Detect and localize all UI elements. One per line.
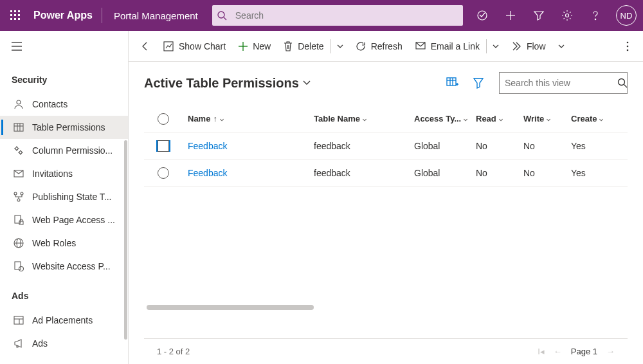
help-icon[interactable] [581,0,610,31]
filter-icon[interactable] [525,0,553,31]
chevron-down-icon: ⌵ [499,115,503,122]
filter-view-icon[interactable] [466,72,491,94]
col-access-type[interactable]: Access Ty...⌵ [409,114,471,123]
layout-icon [12,315,26,325]
chevron-down-icon: ⌵ [220,115,224,122]
edit-columns-icon[interactable] [440,72,466,94]
sidebar-item-website-access-p[interactable]: Website Access P... [0,255,128,278]
row-name-link[interactable]: Feedback [188,168,227,178]
search-icon [212,10,231,21]
svg-point-51 [619,79,625,86]
row-read: No [471,168,518,178]
sidebar-item-contacts[interactable]: Contacts [0,93,128,116]
sidebar-scrollbar[interactable] [124,140,127,340]
row-access-type: Global [409,141,471,151]
nav-label: Column Permissio... [32,145,128,156]
view-search[interactable] [499,72,628,94]
main-area: Show Chart New Delete Refresh Email a Li… [129,31,643,364]
sidebar-item-ads[interactable]: Ads [0,332,128,355]
row-access-type: Global [409,168,471,178]
sidebar-item-table-permissions[interactable]: Table Permissions [0,116,128,139]
delete-button[interactable]: Delete [277,31,330,62]
col-read[interactable]: Read⌵ [471,114,518,123]
svg-rect-35 [15,262,21,269]
view-search-input[interactable] [505,78,617,88]
new-button[interactable]: New [232,31,277,62]
portal-label[interactable]: Portal Management [102,10,210,21]
horizontal-scrollbar[interactable] [147,305,314,310]
mail-icon [12,168,26,179]
email-link-button[interactable]: Email a Link [409,31,486,62]
sidebar: SecurityContactsTable PermissionsColumn … [0,31,129,364]
waffle-icon[interactable] [0,0,31,31]
svg-point-44 [627,41,629,43]
col-name[interactable]: Name↑⌵ [183,114,309,123]
svg-rect-37 [14,316,23,324]
svg-point-24 [15,147,18,150]
first-page-icon[interactable]: I◂ [538,347,545,356]
nav-label: Contacts [32,99,128,109]
email-chevron[interactable] [487,31,505,62]
col-table-name[interactable]: Table Name⌵ [309,114,409,123]
prev-page-icon[interactable]: ← [554,347,562,356]
svg-rect-47 [447,78,456,86]
sidebar-item-publishing-state-t[interactable]: Publishing State T... [0,185,128,208]
command-bar: Show Chart New Delete Refresh Email a Li… [129,31,643,62]
svg-rect-6 [10,18,12,20]
flow-chevron[interactable] [552,31,570,62]
sidebar-item-web-roles[interactable]: Web Roles [0,232,128,255]
col-write[interactable]: Write⌵ [518,114,566,123]
app-header: Power Apps Portal Management ND [0,0,643,31]
flow-button[interactable]: Flow [505,31,552,62]
row-table-name: feedback [309,168,409,178]
avatar[interactable]: ND [616,5,637,26]
svg-point-15 [595,19,595,19]
megaphone-icon [12,338,26,349]
col-create[interactable]: Create⌵ [566,114,613,123]
row-checkbox[interactable] [144,140,183,152]
chevron-down-icon: ⌵ [363,115,367,122]
show-chart-button[interactable]: Show Chart [157,31,232,62]
svg-point-36 [19,267,24,271]
table-row[interactable]: FeedbackfeedbackGlobalNoNoYes [144,132,628,159]
flow-label: Flow [527,41,546,51]
svg-point-19 [17,100,21,104]
svg-point-28 [21,192,23,195]
sidebar-item-column-permissio[interactable]: Column Permissio... [0,139,128,162]
more-commands-icon[interactable] [617,41,638,51]
table-row[interactable]: FeedbackfeedbackGlobalNoNoYes [144,159,628,187]
svg-point-46 [627,49,629,51]
svg-rect-8 [18,18,20,20]
row-table-name: feedback [309,141,409,151]
grid-header: Name↑⌵ Table Name⌵ Access Ty...⌵ Read⌵ W… [144,105,628,132]
row-checkbox[interactable] [144,167,183,179]
view-title[interactable]: Active Table Permissions [144,76,311,91]
settings-icon[interactable] [553,0,581,31]
svg-rect-1 [14,10,16,12]
back-button[interactable] [134,31,157,62]
svg-point-25 [19,151,22,154]
next-page-icon[interactable]: → [606,347,615,356]
gear-grid-icon [12,145,26,156]
row-write: No [518,168,566,178]
sidebar-item-web-page-access[interactable]: Web Page Access ... [0,208,128,232]
target-icon[interactable] [468,0,496,31]
svg-point-14 [566,14,569,17]
hamburger-icon[interactable] [0,31,128,62]
global-search[interactable] [212,5,463,26]
sidebar-item-invitations[interactable]: Invitations [0,162,128,185]
svg-point-45 [627,45,629,47]
nav-label: Ad Placements [32,315,128,325]
nav-label: Ads [32,338,128,349]
row-name-link[interactable]: Feedback [188,141,227,151]
sidebar-item-ad-placements[interactable]: Ad Placements [0,309,128,332]
svg-rect-0 [10,10,12,12]
nav-label: Website Access P... [32,261,128,271]
add-icon[interactable] [496,0,525,31]
select-all[interactable] [144,113,183,125]
svg-line-52 [624,85,628,88]
refresh-button[interactable]: Refresh [349,31,409,62]
nav-label: Web Page Access ... [32,215,128,225]
delete-chevron[interactable] [331,31,349,62]
global-search-input[interactable] [231,10,463,21]
